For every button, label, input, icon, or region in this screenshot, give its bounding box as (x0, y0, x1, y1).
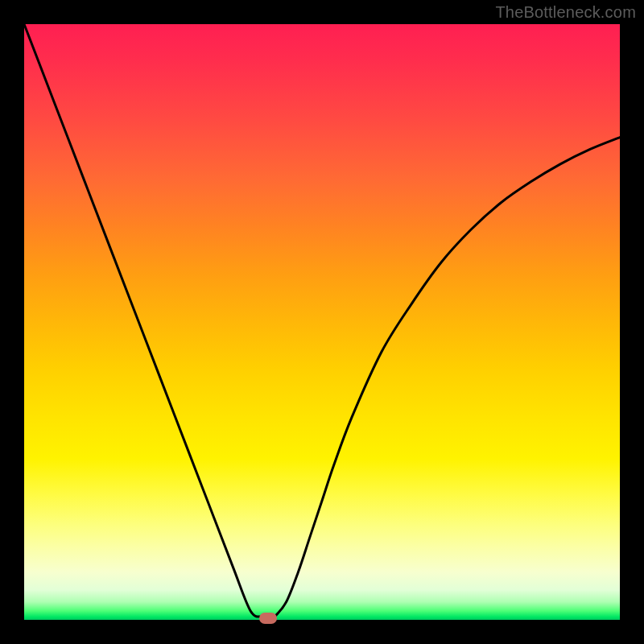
chart-frame: TheBottleneck.com (0, 0, 644, 644)
optimal-point-marker (259, 613, 277, 624)
watermark-text: TheBottleneck.com (495, 3, 636, 22)
bottleneck-curve (24, 24, 620, 620)
plot-area (24, 24, 620, 620)
